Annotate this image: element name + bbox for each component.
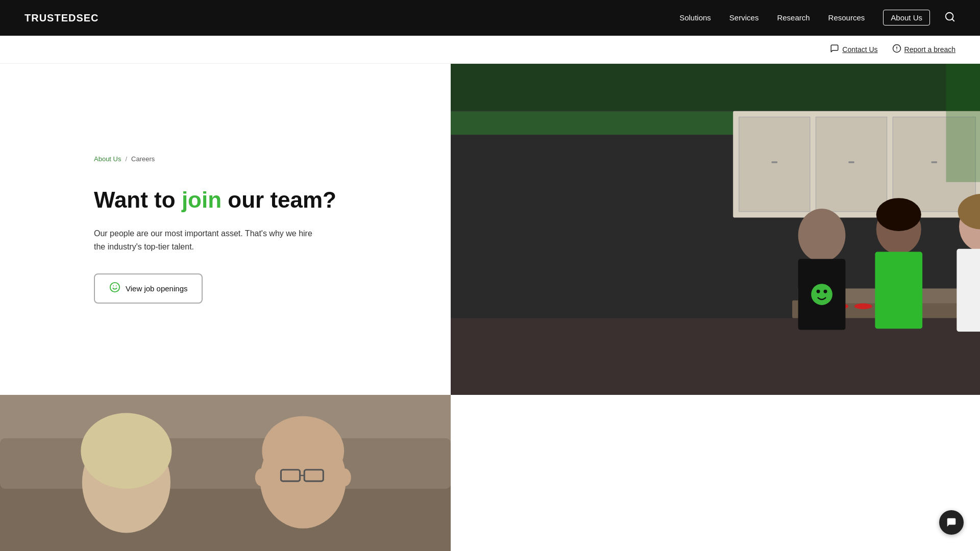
svg-rect-17 (848, 161, 854, 163)
lower-section (0, 395, 980, 551)
report-breach-link[interactable]: Report a breach (892, 44, 955, 55)
svg-rect-18 (932, 161, 938, 163)
hero-subtitle: Our people are our most important asset.… (94, 227, 318, 253)
svg-point-41 (824, 290, 827, 293)
main-nav: TRUSTEDSEC Solutions Services Research R… (0, 0, 980, 36)
view-jobs-button[interactable]: View job openings (94, 273, 203, 304)
nav-item-services[interactable]: Services (729, 13, 759, 22)
nav-links: Solutions Services Research Resources Ab… (679, 13, 930, 22)
svg-rect-19 (451, 318, 980, 395)
report-breach-label: Report a breach (904, 45, 955, 54)
nav-link-research[interactable]: Research (777, 13, 810, 22)
smiley-icon (109, 282, 120, 295)
svg-rect-13 (739, 117, 810, 211)
svg-rect-14 (816, 117, 887, 211)
svg-point-5 (110, 283, 119, 292)
svg-point-52 (255, 468, 268, 486)
chat-button[interactable] (939, 510, 964, 535)
heading-highlight: join (182, 187, 222, 212)
breadcrumb-parent[interactable]: About Us (94, 155, 121, 163)
heading-prefix: Want to (94, 187, 182, 212)
nav-item-research[interactable]: Research (777, 13, 810, 22)
hero-content: About Us / Careers Want to join our team… (0, 64, 451, 395)
alert-icon (892, 44, 901, 55)
contact-us-label: Contact Us (842, 45, 877, 54)
nav-item-solutions[interactable]: Solutions (679, 13, 711, 22)
heading-suffix: our team? (222, 187, 336, 212)
breadcrumb-separator: / (125, 155, 127, 163)
svg-point-39 (811, 284, 832, 305)
svg-rect-10 (451, 64, 980, 111)
lower-photo (0, 395, 451, 551)
nav-link-resources[interactable]: Resources (828, 13, 865, 22)
svg-rect-31 (957, 249, 980, 332)
svg-line-1 (952, 19, 954, 21)
search-icon[interactable] (944, 11, 955, 25)
svg-rect-38 (946, 64, 980, 182)
nav-link-services[interactable]: Services (729, 13, 759, 22)
nav-link-about[interactable]: About Us (883, 10, 930, 26)
svg-rect-28 (875, 252, 923, 329)
svg-point-46 (81, 413, 172, 489)
site-logo[interactable]: TRUSTEDSEC (24, 12, 99, 24)
message-icon (830, 44, 839, 55)
hero-section: About Us / Careers Want to join our team… (0, 64, 980, 395)
svg-rect-44 (0, 438, 451, 489)
breadcrumb-current: Careers (131, 155, 155, 163)
contact-us-link[interactable]: Contact Us (830, 44, 877, 55)
hero-heading: Want to join our team? (94, 187, 410, 213)
breadcrumb: About Us / Careers (94, 155, 410, 163)
nav-item-resources[interactable]: Resources (828, 13, 865, 22)
svg-rect-16 (772, 161, 778, 163)
nav-link-solutions[interactable]: Solutions (679, 13, 711, 22)
svg-point-29 (876, 198, 921, 231)
hero-image (451, 64, 980, 395)
cta-label: View job openings (126, 284, 187, 293)
lower-right-space (451, 395, 980, 551)
svg-point-23 (854, 303, 872, 309)
nav-item-about[interactable]: About Us (883, 13, 930, 22)
svg-point-40 (817, 290, 820, 293)
svg-point-25 (798, 209, 846, 262)
secondary-nav: Contact Us Report a breach (0, 36, 980, 64)
svg-point-53 (338, 468, 351, 486)
